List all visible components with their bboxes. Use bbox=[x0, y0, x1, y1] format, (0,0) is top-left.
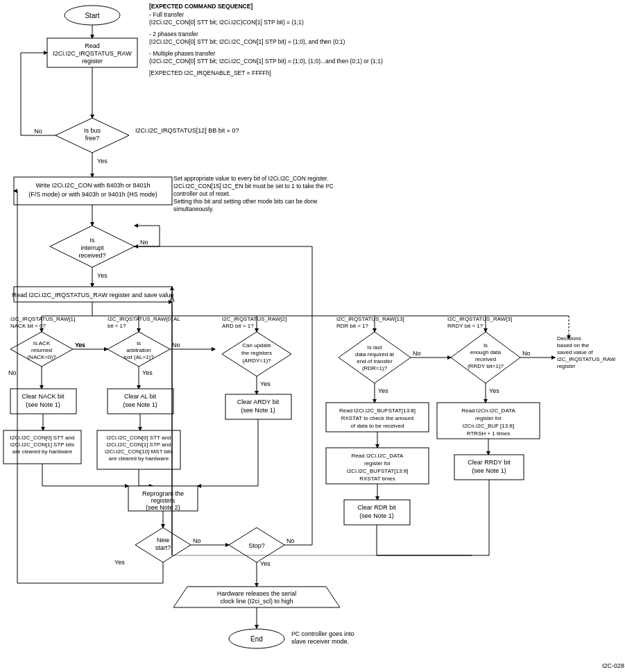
svg-text:based on the: based on the bbox=[557, 342, 590, 348]
svg-text:Is: Is bbox=[483, 342, 488, 348]
svg-text:Clear AL bit: Clear AL bit bbox=[124, 393, 157, 400]
svg-text:Yes: Yes bbox=[97, 272, 108, 279]
svg-text:start?: start? bbox=[155, 544, 171, 551]
svg-text:RXSTAT times: RXSTAT times bbox=[359, 476, 395, 482]
svg-text:Yes: Yes bbox=[75, 342, 85, 348]
svg-text:clock line (I2ci_scl) to high: clock line (I2ci_scl) to high bbox=[220, 598, 293, 605]
svg-text:No: No bbox=[34, 128, 42, 135]
svg-text:No: No bbox=[413, 350, 421, 357]
svg-text:simultaneously.: simultaneously. bbox=[173, 205, 214, 212]
svg-text:are cleared by hardware: are cleared by hardware bbox=[12, 448, 73, 455]
svg-text:Clear RRDY bit: Clear RRDY bit bbox=[468, 459, 511, 466]
svg-text:lost (AL=1)?: lost (AL=1)? bbox=[123, 354, 154, 360]
svg-text:I2Ci.I2C_BUFSTAT[13:8]: I2Ci.I2C_BUFSTAT[13:8] bbox=[347, 468, 409, 474]
svg-text:Reprogram the: Reprogram the bbox=[142, 490, 184, 497]
svg-text:(ARDY=1)?: (ARDY=1)? bbox=[242, 358, 271, 364]
svg-text:controller out of reset.: controller out of reset. bbox=[173, 190, 230, 197]
svg-text:Clear RDR bit: Clear RDR bit bbox=[357, 504, 396, 511]
svg-text:Read I2Cn.I2C_DATA: Read I2Cn.I2C_DATA bbox=[461, 408, 515, 414]
svg-text:Is: Is bbox=[137, 340, 141, 346]
svg-text:arbitration: arbitration bbox=[126, 347, 151, 353]
flowchart-svg: Start Read I2Ci.I2C_IRQSTATUS_RAW regist… bbox=[0, 0, 625, 672]
svg-text:end of transfer: end of transfer bbox=[357, 358, 393, 364]
svg-text:No: No bbox=[286, 537, 295, 544]
svg-text:register for: register for bbox=[475, 415, 502, 421]
svg-text:saved value of: saved value of bbox=[557, 349, 593, 355]
svg-text:register: register bbox=[82, 58, 103, 65]
svg-text:(see Note 1): (see Note 1) bbox=[123, 401, 157, 408]
svg-text:No: No bbox=[140, 239, 148, 246]
svg-text:Is: Is bbox=[89, 237, 95, 244]
svg-text:(I2Ci.I2C_CON[0] STT bit; I2Ci: (I2Ci.I2C_CON[0] STT bit; I2Ci.I2C_CON[1… bbox=[149, 58, 383, 65]
svg-text:End: End bbox=[250, 635, 263, 643]
svg-text:I2C_IRQSTATUS_RAW[3]: I2C_IRQSTATUS_RAW[3] bbox=[447, 316, 512, 322]
svg-text:(see Note 1): (see Note 1) bbox=[472, 467, 506, 474]
svg-text:I2Ci.I2C_CON[1] STP and: I2Ci.I2C_CON[1] STP and bbox=[106, 442, 171, 448]
svg-text:Clear NACK bit: Clear NACK bit bbox=[22, 393, 65, 400]
svg-text:No: No bbox=[193, 537, 201, 544]
svg-text:Setting this bit and setting o: Setting this bit and setting other mode … bbox=[173, 198, 318, 205]
svg-text:(I2Ci.I2C_CON[0] STT bit; I2Ci: (I2Ci.I2C_CON[0] STT bit; I2Ci.I2C)CON[1… bbox=[149, 19, 304, 26]
svg-text:(RRDY bit=1)?: (RRDY bit=1)? bbox=[468, 363, 504, 369]
svg-text:Yes: Yes bbox=[142, 369, 153, 376]
version-label: I2C-028 bbox=[602, 662, 624, 669]
svg-text:Hardware releases the serial: Hardware releases the serial bbox=[217, 590, 297, 597]
svg-text:RDR bit = 1?: RDR bit = 1? bbox=[336, 323, 369, 329]
svg-text:enough data: enough data bbox=[470, 349, 502, 355]
svg-text:(see Note 1): (see Note 1) bbox=[26, 401, 60, 408]
svg-text:[EXPECTED COMMAND SEQUENCE]: [EXPECTED COMMAND SEQUENCE] bbox=[149, 3, 252, 10]
svg-text:Read I2Ci.I2C_BUFSTAT[13:8]: Read I2Ci.I2C_BUFSTAT[13:8] bbox=[339, 408, 416, 414]
svg-text:Is last: Is last bbox=[368, 344, 383, 351]
svg-text:(NACK=0)?: (NACK=0)? bbox=[27, 354, 56, 360]
svg-text:- 2 phases transfer: - 2 phases transfer bbox=[149, 31, 198, 37]
svg-text:Stop?: Stop? bbox=[248, 542, 265, 549]
svg-text:I2C_IRQSTATUS_RAW[0] AL: I2C_IRQSTATUS_RAW[0] AL bbox=[108, 316, 180, 322]
read-irq-label: Read bbox=[85, 42, 100, 49]
svg-text:Yes: Yes bbox=[489, 387, 499, 394]
svg-text:are cleared by hardware: are cleared by hardware bbox=[109, 455, 169, 462]
svg-text:(see Note 1): (see Note 1) bbox=[359, 512, 394, 519]
svg-text:No: No bbox=[8, 369, 17, 376]
svg-text:Clear ARDY bit: Clear ARDY bit bbox=[237, 398, 280, 405]
svg-text:Yes: Yes bbox=[378, 387, 388, 394]
svg-text:I2C_IRQSTATUS_RAW[13]: I2C_IRQSTATUS_RAW[13] bbox=[336, 316, 404, 322]
svg-text:register for: register for bbox=[364, 460, 391, 467]
bb-check-label: I2Ci.I2C_IRQSTATUS[12] BB bit = 0? bbox=[135, 127, 239, 134]
svg-text:Is bus: Is bus bbox=[84, 127, 101, 134]
svg-text:(I2Ci.I2C_CON[0] STT bit; I2Ci: (I2Ci.I2C_CON[0] STT bit; I2Ci.I2C_CON[1… bbox=[149, 38, 345, 45]
svg-text:the registers: the registers bbox=[241, 350, 272, 356]
svg-text:RXSTAT to check the amount: RXSTAT to check the amount bbox=[341, 415, 414, 421]
svg-text:Yes: Yes bbox=[97, 158, 108, 165]
svg-text:I2Ci.I2C_CON[15] I2C_EN bit mu: I2Ci.I2C_CON[15] I2C_EN bit must be set … bbox=[173, 183, 334, 190]
svg-text:No: No bbox=[172, 342, 180, 348]
svg-text:(see Note 2): (see Note 2) bbox=[146, 504, 180, 511]
svg-text:returned: returned bbox=[31, 347, 52, 353]
svg-text:I²C controller goes into: I²C controller goes into bbox=[291, 630, 354, 637]
svg-text:I2Ci.I2C_IRQSTATUS_RAW: I2Ci.I2C_IRQSTATUS_RAW bbox=[53, 50, 132, 57]
svg-text:New: New bbox=[157, 537, 170, 544]
svg-text:(F/S mode) or with 9403h or 94: (F/S mode) or with 9403h or 9401h (HS mo… bbox=[28, 191, 157, 198]
svg-text:received?: received? bbox=[78, 252, 105, 259]
svg-marker-125 bbox=[339, 332, 411, 383]
svg-text:Write I2Ci.I2C_CON with 8403h : Write I2Ci.I2C_CON with 8403h or 8401h bbox=[36, 182, 151, 189]
svg-text:I2Ci.I2C_CON[1] STP bits: I2Ci.I2C_CON[1] STP bits bbox=[10, 442, 74, 448]
svg-text:Can update: Can update bbox=[242, 342, 271, 348]
svg-text:No: No bbox=[522, 350, 531, 357]
svg-text:I2C_IRQSTATUS_RAW: I2C_IRQSTATUS_RAW bbox=[557, 356, 616, 362]
svg-text:I2Cn.I2C_BUF [13:8]: I2Cn.I2C_BUF [13:8] bbox=[463, 423, 514, 429]
svg-text:- Full transfer: - Full transfer bbox=[149, 11, 184, 18]
svg-text:data required at: data required at bbox=[355, 351, 395, 358]
start-label: Start bbox=[85, 12, 99, 19]
svg-text:(RDR=1)?: (RDR=1)? bbox=[362, 365, 388, 371]
svg-text:I2C_IRQSTATUS_RAW[2]: I2C_IRQSTATUS_RAW[2] bbox=[222, 316, 286, 322]
svg-text:free?: free? bbox=[85, 135, 100, 142]
svg-text:Set appropriate value to every: Set appropriate value to every bit of I2… bbox=[173, 175, 328, 182]
svg-text:of data to be received: of data to be received bbox=[351, 423, 404, 429]
svg-text:NACK bit = 0?: NACK bit = 0? bbox=[10, 323, 46, 329]
svg-text:[EXPECTED I2C_IRQENABLE_SET = : [EXPECTED I2C_IRQENABLE_SET = FFFFh] bbox=[149, 69, 271, 76]
svg-text:I2Ci.I2C_CON[0] STT and: I2Ci.I2C_CON[0] STT and bbox=[107, 435, 171, 441]
svg-text:Yes: Yes bbox=[260, 380, 271, 387]
svg-text:Is ACK: Is ACK bbox=[33, 340, 51, 346]
svg-text:- Multiple phases transfer: - Multiple phases transfer bbox=[149, 50, 216, 57]
svg-text:(see Note 1): (see Note 1) bbox=[241, 407, 275, 414]
